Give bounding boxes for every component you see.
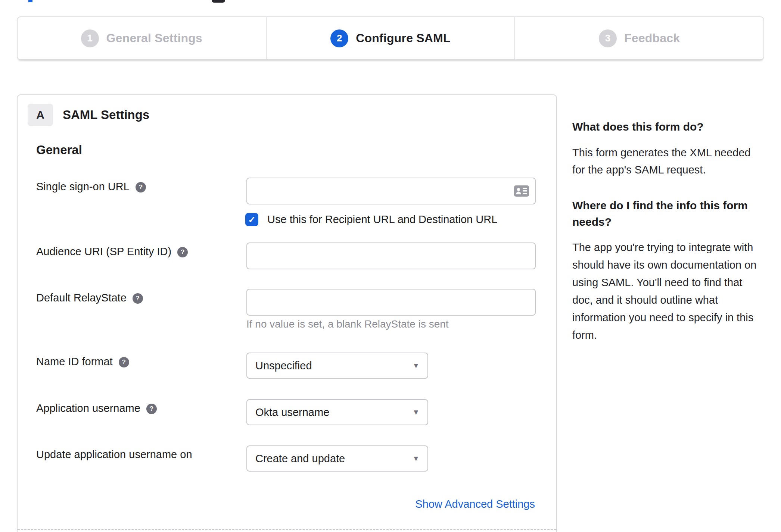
step-number-badge: 2 — [330, 29, 348, 47]
step-label: Feedback — [624, 31, 680, 45]
name-id-format-label: Name ID format ? — [36, 356, 238, 368]
select-value: Create and update — [255, 453, 345, 465]
saml-settings-panel: A SAML Settings General Single sign-on U… — [17, 94, 557, 532]
general-group-title: General — [36, 143, 82, 157]
chevron-down-icon: ▾ — [414, 360, 418, 370]
show-advanced-settings-link[interactable]: Show Advanced Settings — [415, 498, 535, 510]
help-heading: Where do I find the info this form needs… — [572, 197, 768, 230]
step-number-badge: 1 — [81, 29, 99, 47]
name-id-format-select[interactable]: Unspecified ▾ — [246, 353, 428, 379]
section-header: A SAML Settings — [28, 104, 149, 126]
help-icon[interactable]: ? — [177, 247, 188, 257]
help-icon[interactable]: ? — [146, 404, 157, 414]
step-general-settings[interactable]: 1 General Settings — [18, 17, 267, 59]
audience-uri-label: Audience URI (SP Entity ID) ? — [36, 245, 238, 258]
step-label: Configure SAML — [356, 31, 450, 45]
help-icon[interactable]: ? — [136, 182, 146, 193]
help-icon[interactable]: ? — [119, 357, 129, 367]
use-for-recipient-row: ✓ Use this for Recipient URL and Destina… — [245, 213, 497, 226]
help-heading: What does this form do? — [572, 119, 768, 135]
cutoff-dark-artifact — [212, 0, 225, 3]
relay-state-label: Default RelayState ? — [36, 292, 238, 304]
section-title: SAML Settings — [63, 108, 149, 122]
update-username-select[interactable]: Create and update ▾ — [246, 445, 428, 472]
chevron-down-icon: ▾ — [414, 407, 418, 417]
step-feedback[interactable]: 3 Feedback — [515, 17, 763, 59]
help-sidebar: What does this form do? This form genera… — [572, 119, 768, 344]
use-for-recipient-checkbox[interactable]: ✓ — [245, 213, 258, 226]
cutoff-blue-artifact — [28, 0, 32, 2]
sso-url-input[interactable] — [246, 178, 536, 204]
help-section-where: Where do I find the info this form needs… — [572, 197, 768, 344]
use-for-recipient-label: Use this for Recipient URL and Destinati… — [267, 213, 497, 226]
section-dashed-divider — [18, 529, 556, 530]
step-number-badge: 3 — [599, 29, 617, 47]
select-value: Okta username — [255, 406, 329, 419]
sso-url-label: Single sign-on URL ? — [36, 181, 238, 193]
wizard-stepper: 1 General Settings 2 Configure SAML 3 Fe… — [17, 16, 764, 60]
select-value: Unspecified — [255, 360, 312, 372]
app-username-label: Application username ? — [36, 402, 238, 414]
contact-card-icon[interactable] — [514, 185, 529, 197]
help-section-what: What does this form do? This form genera… — [572, 119, 768, 179]
step-configure-saml[interactable]: 2 Configure SAML — [267, 17, 516, 59]
help-icon[interactable]: ? — [133, 293, 143, 304]
step-label: General Settings — [106, 31, 203, 45]
help-body: The app you're trying to integrate with … — [572, 239, 768, 344]
audience-uri-input[interactable] — [246, 242, 536, 269]
update-username-label: Update application username on — [36, 448, 238, 461]
app-username-select[interactable]: Okta username ▾ — [246, 399, 428, 425]
section-a-badge: A — [28, 104, 53, 126]
chevron-down-icon: ▾ — [414, 453, 418, 463]
relay-state-input[interactable] — [246, 289, 536, 316]
help-body: This form generates the XML needed for t… — [572, 144, 768, 179]
relay-state-helper: If no value is set, a blank RelayState i… — [246, 318, 449, 330]
